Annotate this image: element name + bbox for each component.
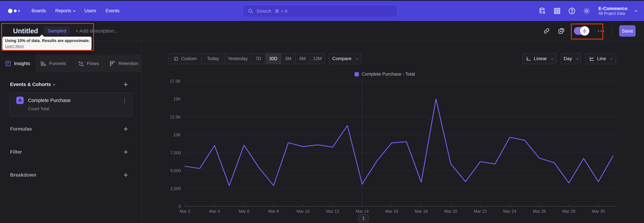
chart-page-button[interactable]: 1 xyxy=(358,214,368,222)
range-yesterday[interactable]: Yesterday xyxy=(224,53,251,64)
formulas-section: Formulas + xyxy=(10,125,128,133)
interval-dropdown[interactable]: Day xyxy=(561,53,581,64)
x-tick-label: Mar 22 xyxy=(474,209,487,213)
range-6m-label: 6M xyxy=(299,56,306,61)
range-custom-label: Custom xyxy=(181,56,196,61)
sampling-toggle[interactable] xyxy=(574,27,589,35)
event-card[interactable]: A Complete Purchase ⋮ Count Total xyxy=(9,93,132,117)
range-30d[interactable]: 30D xyxy=(265,53,281,64)
search-input[interactable]: Search ⌘ + K xyxy=(243,5,397,17)
range-3m-label: 3M xyxy=(285,56,292,61)
compare-button[interactable]: Compare xyxy=(328,53,362,64)
tooltip-text: Using 10% of data. Results are approxima… xyxy=(5,38,89,43)
question-circle-icon xyxy=(568,7,576,15)
scale-label: Linear xyxy=(534,56,547,61)
mixpanel-logo[interactable] xyxy=(8,7,23,15)
events-cohorts-title[interactable]: Events & Cohorts xyxy=(10,82,55,87)
project-switcher[interactable]: E-Commerce All Project Data xyxy=(598,6,628,16)
range-12m[interactable]: 12M xyxy=(310,53,325,64)
y-tick-label: 0 xyxy=(178,204,181,209)
y-tick-label: 5,000 xyxy=(170,168,181,173)
add-filter-button[interactable]: + xyxy=(124,148,128,156)
x-tick-label: Mar 16 xyxy=(385,209,398,213)
topnav-right: E-Commerce All Project Data xyxy=(538,6,636,16)
tab-flows[interactable]: Flows xyxy=(70,55,106,72)
range-6m[interactable]: 6M xyxy=(295,53,310,64)
search-icon xyxy=(248,8,254,14)
x-tick-label: Mar 20 xyxy=(444,209,457,213)
range-today-label: Today xyxy=(207,56,219,61)
data-management-button[interactable] xyxy=(538,7,546,15)
scale-dropdown[interactable]: Linear xyxy=(522,53,556,64)
insights-icon xyxy=(5,60,11,67)
report-actions: ⋯ Save xyxy=(543,25,636,37)
sampled-badge[interactable]: Sampled xyxy=(44,27,70,35)
share-link-button[interactable] xyxy=(543,27,550,35)
project-chevron-icon[interactable] xyxy=(634,9,637,12)
tab-retention[interactable]: Retention xyxy=(106,55,142,72)
line-chart-icon xyxy=(589,56,595,61)
save-button[interactable]: Save xyxy=(619,25,636,37)
tab-funnels[interactable]: Funnels xyxy=(35,55,70,72)
filter-section: Filter + xyxy=(10,148,128,156)
compare-label: Compare xyxy=(332,56,352,61)
add-event-button[interactable]: + xyxy=(124,80,128,88)
nav-events[interactable]: Events xyxy=(106,8,120,14)
y-tick-label: 15K xyxy=(174,97,181,101)
range-12m-label: 12M xyxy=(313,56,322,61)
chevron-down-icon xyxy=(551,57,554,60)
date-range-control: Custom Today Yesterday 7D 30D 3M 6M 12M xyxy=(168,53,325,64)
x-tick-label: Mar 24 xyxy=(503,209,516,213)
search-placeholder: Search xyxy=(256,9,271,14)
tab-insights[interactable]: Insights xyxy=(0,55,35,72)
logo-dots-icon xyxy=(8,7,23,15)
nav-reports[interactable]: Reports xyxy=(55,8,75,14)
interval-label: Day xyxy=(564,56,572,61)
x-tick-label: Mar 6 xyxy=(239,209,250,213)
range-30d-label: 30D xyxy=(269,56,278,61)
range-today[interactable]: Today xyxy=(202,53,224,64)
range-yesterday-label: Yesterday xyxy=(228,56,248,61)
grid-icon xyxy=(554,7,561,15)
tab-flows-label: Flows xyxy=(87,61,99,66)
chart-type-dropdown[interactable]: Line xyxy=(585,53,616,64)
add-description[interactable]: + Add description... xyxy=(75,28,118,34)
learn-more-link[interactable]: Learn More xyxy=(5,44,24,48)
chart-area[interactable]: 02,5005,0007,50010K12.5K15K17.5KMar 2Mar… xyxy=(168,71,644,223)
nav-users[interactable]: Users xyxy=(84,8,96,14)
y-tick-label: 10K xyxy=(174,133,181,137)
lightning-bolt-icon xyxy=(582,28,587,33)
add-to-board-button[interactable] xyxy=(558,27,565,35)
range-7d[interactable]: 7D xyxy=(251,53,265,64)
more-actions-button[interactable]: ⋯ xyxy=(598,27,605,35)
x-tick-label: Mar 2 xyxy=(180,209,190,213)
calendar-icon xyxy=(174,56,178,61)
event-kebab-menu[interactable]: ⋮ xyxy=(122,97,128,104)
breakdown-label: Breakdown xyxy=(10,172,36,178)
x-tick-label: Mar 8 xyxy=(268,209,279,213)
events-cohorts-header: Events & Cohorts + xyxy=(10,80,128,88)
range-7d-label: 7D xyxy=(256,56,261,61)
settings-button[interactable] xyxy=(582,7,591,15)
search-shortcut: ⌘ + K xyxy=(275,9,288,14)
add-breakdown-button[interactable]: + xyxy=(124,171,128,179)
top-navigation: Boards Reports Users Events Search ⌘ + K xyxy=(0,1,644,21)
x-tick-label: Mar 12 xyxy=(326,209,339,213)
apps-grid-button[interactable] xyxy=(553,7,561,15)
nav-reports-label: Reports xyxy=(55,8,71,14)
report-title[interactable]: Untitled xyxy=(13,27,38,35)
filter-label: Filter xyxy=(10,149,22,155)
chevron-down-icon xyxy=(610,57,613,60)
add-formula-button[interactable]: + xyxy=(124,125,128,133)
range-custom[interactable]: Custom xyxy=(169,53,202,64)
tab-funnels-label: Funnels xyxy=(49,61,66,66)
help-button[interactable] xyxy=(568,7,576,15)
chevron-down-icon xyxy=(356,57,358,60)
event-letter-badge: A xyxy=(16,97,24,104)
range-3m[interactable]: 3M xyxy=(281,53,295,64)
board-plus-icon xyxy=(558,27,565,35)
series-line[interactable] xyxy=(185,99,613,185)
tab-insights-label: Insights xyxy=(14,61,30,66)
nav-boards[interactable]: Boards xyxy=(32,8,46,14)
event-metric[interactable]: Count Total xyxy=(28,106,132,111)
